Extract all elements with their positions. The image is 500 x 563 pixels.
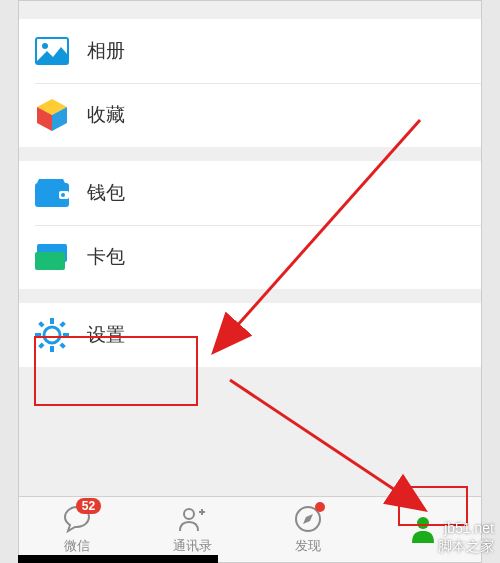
tab-label: 微信	[64, 537, 90, 555]
cube-icon	[35, 98, 69, 132]
menu-item-cards[interactable]: 卡包	[19, 225, 481, 289]
menu-item-favorites[interactable]: 收藏	[19, 83, 481, 147]
wallet-icon	[35, 176, 69, 210]
svg-point-7	[44, 327, 60, 343]
svg-rect-14	[38, 342, 44, 348]
menu-label: 钱包	[87, 180, 125, 206]
menu-group-3: 设置	[19, 303, 481, 367]
tab-label: 发现	[295, 537, 321, 555]
menu-label: 设置	[87, 322, 125, 348]
svg-rect-6	[35, 252, 65, 270]
menu-item-settings[interactable]: 设置	[19, 303, 481, 367]
image-icon	[35, 34, 69, 68]
gear-icon	[35, 318, 69, 352]
chat-bubble-icon: 52	[62, 504, 92, 534]
watermark: jb51.net 脚本之家	[438, 519, 494, 555]
menu-label: 相册	[87, 38, 125, 64]
badge-count: 52	[76, 498, 101, 514]
menu-item-album[interactable]: 相册	[19, 19, 481, 83]
notification-dot	[315, 502, 325, 512]
svg-point-1	[42, 43, 48, 49]
tab-label: 通讯录	[173, 537, 212, 555]
tab-discover[interactable]: 发现	[250, 497, 366, 562]
tab-bar: 52 微信 通讯录 发现	[19, 496, 481, 562]
menu-item-wallet[interactable]: 钱包	[19, 161, 481, 225]
svg-rect-10	[35, 333, 41, 337]
app-frame: 相册 收藏 钱包	[18, 0, 482, 563]
watermark-text: 脚本之家	[438, 537, 494, 555]
tab-wechat[interactable]: 52 微信	[19, 497, 135, 562]
svg-rect-11	[63, 333, 69, 337]
svg-rect-12	[38, 321, 44, 327]
card-pack-icon	[35, 240, 69, 274]
svg-rect-8	[50, 318, 54, 324]
svg-point-16	[184, 509, 194, 519]
tab-contacts[interactable]: 通讯录	[135, 497, 251, 562]
svg-rect-15	[59, 342, 65, 348]
svg-point-4	[61, 193, 65, 197]
watermark-url: jb51.net	[438, 519, 494, 537]
decorative-strip	[18, 555, 218, 563]
person-icon	[408, 513, 438, 543]
menu-label: 卡包	[87, 244, 125, 270]
contacts-icon	[177, 504, 207, 534]
svg-rect-9	[50, 346, 54, 352]
menu-group-1: 相册 收藏	[19, 19, 481, 147]
svg-rect-13	[59, 321, 65, 327]
menu-label: 收藏	[87, 102, 125, 128]
menu-group-2: 钱包 卡包	[19, 161, 481, 289]
svg-point-20	[417, 517, 429, 529]
compass-icon	[293, 504, 323, 534]
